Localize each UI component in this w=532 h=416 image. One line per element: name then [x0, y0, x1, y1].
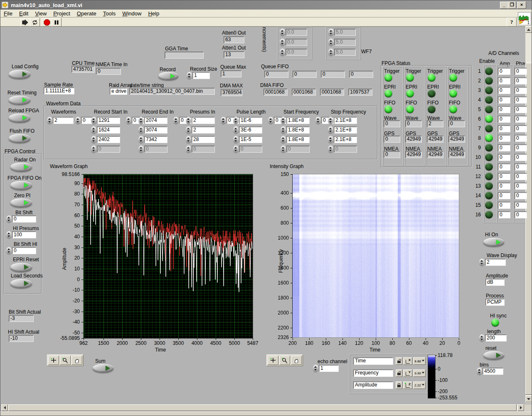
wave-display-field[interactable]: 2	[485, 259, 506, 266]
wd-cell-spinner[interactable]	[281, 126, 286, 134]
reset-button[interactable]	[483, 351, 504, 359]
wd-cell-field[interactable]: 2.1E+8	[334, 136, 357, 143]
run-continuous-button[interactable]	[30, 18, 40, 27]
echo-channel-spinner[interactable]	[313, 365, 318, 372]
bit-shift-field[interactable]: 0	[12, 215, 36, 223]
wd-cell-spinner[interactable]	[91, 136, 96, 143]
channel-enable-led[interactable]	[485, 96, 493, 104]
channel-amp-field[interactable]: 0	[498, 154, 510, 161]
scale-autoscale-button[interactable]: X	[403, 357, 412, 365]
wave-display-spinner[interactable]	[479, 259, 485, 266]
channel-enable-led[interactable]	[485, 182, 493, 190]
channel-amp-field[interactable]: 0	[498, 77, 510, 84]
channel-amp-field[interactable]: 0	[498, 106, 510, 113]
hi-presums-field[interactable]: 100	[12, 231, 36, 238]
intensity-graph-zoom-tool-button[interactable]	[279, 356, 290, 365]
wd-cell-field[interactable]: 2.1E+8	[334, 117, 357, 124]
context-help-button[interactable]: ?	[507, 17, 517, 27]
wd-cell-spinner[interactable]	[138, 146, 144, 153]
waveform-graph-pan-tool-button[interactable]	[71, 356, 82, 365]
channel-amp-field[interactable]: 0	[498, 192, 510, 199]
hi-presums-spinner[interactable]	[6, 231, 12, 238]
channel-enable-led[interactable]	[485, 172, 493, 180]
channel-amp-field[interactable]: 0	[498, 116, 510, 123]
scale-lock-button[interactable]	[396, 357, 402, 365]
increment-field[interactable]: 0.0	[286, 29, 307, 36]
run-button[interactable]	[20, 18, 30, 27]
scale-name-field[interactable]: Time	[353, 357, 393, 365]
scroll-up-button[interactable]	[525, 26, 532, 33]
wd-index-spinner[interactable]	[173, 117, 179, 124]
channel-phase-field[interactable]: 0	[515, 125, 527, 132]
bit-shift-hi-field[interactable]: 0	[12, 247, 36, 254]
increment-spinner[interactable]	[280, 29, 285, 36]
increment-field[interactable]: 0.0	[286, 49, 307, 56]
radar-on-button[interactable]	[10, 163, 32, 171]
amplitude-field[interactable]: dB	[485, 279, 505, 286]
channel-enable-led[interactable]	[485, 86, 493, 94]
wd-cell-spinner[interactable]	[186, 117, 191, 124]
channel-amp-field[interactable]: 0	[498, 163, 510, 171]
restore-button[interactable]: ❐	[508, 2, 516, 9]
sum-button[interactable]	[93, 364, 113, 372]
channel-enable-led[interactable]	[485, 163, 493, 171]
channel-enable-led[interactable]	[485, 67, 493, 75]
reset-timing-button[interactable]	[9, 96, 30, 104]
wd-cell-spinner[interactable]	[186, 126, 191, 134]
wd-cell-spinner[interactable]	[328, 117, 333, 124]
channel-enable-led[interactable]	[485, 134, 493, 142]
scale-format-button[interactable]: 2.22	[413, 381, 426, 389]
scale-autoscale-button[interactable]: Z	[403, 381, 412, 389]
scale-name-field[interactable]: Amplitude	[353, 381, 393, 389]
wd-cell-spinner[interactable]	[281, 136, 286, 143]
intensity-graph-cursor-tool-button[interactable]	[268, 356, 278, 365]
wf7-field[interactable]: 5.0	[334, 49, 356, 56]
menu-item-window[interactable]: Window	[119, 10, 145, 17]
zero-pi-button[interactable]	[10, 198, 32, 207]
channel-enable-led[interactable]	[485, 210, 493, 218]
menu-item-operate[interactable]: Operate	[74, 10, 100, 17]
wd-cell-field[interactable]: 1624	[97, 126, 120, 134]
wd-index-spinner[interactable]	[268, 117, 273, 124]
channel-enable-led[interactable]	[485, 153, 493, 161]
channel-amp-field[interactable]: 0	[498, 68, 510, 75]
wd-cell-field[interactable]: 1E-5	[239, 136, 262, 143]
channel-phase-field[interactable]: 0	[515, 97, 527, 104]
waveform-graph-cursor-tool-button[interactable]	[48, 356, 59, 365]
channel-amp-field[interactable]: 0	[498, 211, 510, 218]
channel-amp-field[interactable]: 0	[498, 125, 510, 132]
sample-rate-field[interactable]: 1.11111E+8	[44, 87, 74, 94]
wd-cell-spinner[interactable]	[233, 126, 239, 134]
channel-phase-field[interactable]: 0	[515, 135, 527, 142]
echo-channel-field[interactable]: 1	[319, 365, 339, 372]
wd-cell-spinner[interactable]	[186, 136, 191, 143]
length-spinner[interactable]	[479, 334, 485, 342]
fpga-fifo-on-button[interactable]	[10, 181, 32, 190]
intensity-graph-pan-tool-button[interactable]	[291, 356, 302, 365]
horizontal-scrollbar-thumb[interactable]	[8, 404, 517, 411]
wf7-spinner[interactable]	[328, 39, 334, 46]
record-button[interactable]	[158, 72, 178, 80]
waveforms-spinner[interactable]	[47, 117, 52, 124]
wd-cell-spinner[interactable]	[91, 117, 96, 124]
flush-fifo-button[interactable]	[9, 134, 30, 143]
length-field[interactable]: 200	[485, 334, 507, 342]
channel-phase-field[interactable]: 0	[515, 192, 527, 199]
channel-enable-led[interactable]	[485, 115, 493, 123]
channel-phase-field[interactable]: 0	[515, 87, 527, 94]
channel-amp-field[interactable]: 0	[498, 87, 510, 94]
wd-cell-field[interactable]: 3074	[144, 126, 167, 134]
record-size-spinner[interactable]	[187, 72, 192, 79]
wd-cell-spinner[interactable]	[233, 117, 239, 124]
channel-amp-field[interactable]: 0	[498, 144, 510, 151]
wd-cell-spinner[interactable]	[281, 146, 286, 153]
wd-cell-field[interactable]: 1E-6	[239, 117, 262, 124]
channel-enable-led[interactable]	[485, 124, 493, 132]
scroll-down-button[interactable]	[525, 396, 532, 402]
increment-field[interactable]: 0.0	[286, 39, 307, 46]
channel-phase-field[interactable]: 0	[515, 183, 527, 190]
wd-cell-spinner[interactable]	[233, 136, 239, 143]
scroll-left-button[interactable]	[1, 404, 8, 411]
channel-amp-field[interactable]: 0	[498, 202, 510, 209]
channel-enable-led[interactable]	[485, 77, 493, 84]
